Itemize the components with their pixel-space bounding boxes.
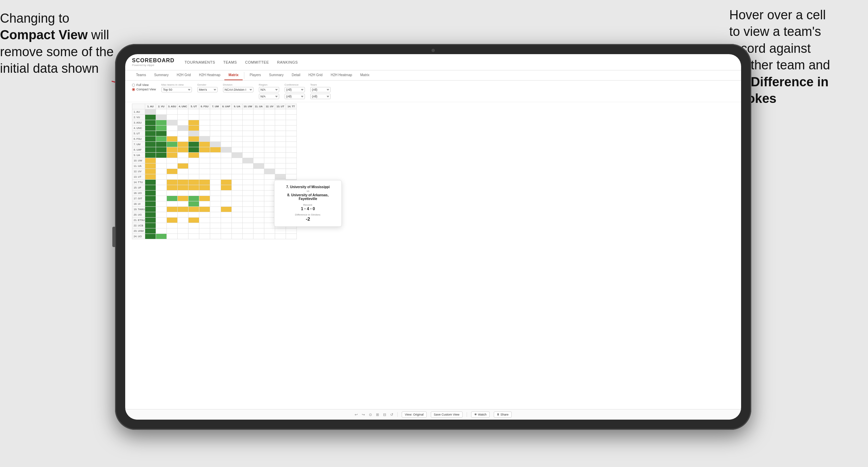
matrix-cell[interactable] [232, 196, 243, 201]
toolbar-redo[interactable]: ↪ [362, 413, 365, 417]
matrix-cell[interactable] [145, 131, 156, 136]
matrix-cell[interactable] [199, 163, 210, 169]
matrix-cell[interactable] [210, 174, 221, 180]
matrix-cell[interactable] [145, 126, 156, 131]
matrix-cell[interactable] [199, 234, 210, 239]
matrix-cell[interactable] [264, 223, 275, 228]
matrix-cell[interactable] [264, 131, 275, 136]
matrix-cell[interactable] [264, 115, 275, 120]
matrix-cell[interactable] [199, 218, 210, 223]
matrix-cell[interactable] [156, 131, 167, 136]
matrix-cell[interactable] [210, 191, 221, 196]
matrix-cell[interactable] [178, 147, 188, 153]
matrix-cell[interactable] [210, 142, 221, 147]
matrix-cell[interactable] [221, 169, 232, 174]
tab-players-matrix[interactable]: Matrix [356, 70, 374, 80]
matrix-cell[interactable] [199, 158, 210, 163]
matrix-cell[interactable] [145, 136, 156, 142]
matrix-cell[interactable] [264, 201, 275, 207]
matrix-cell[interactable] [253, 120, 264, 126]
matrix-cell[interactable] [221, 212, 232, 218]
matrix-cell[interactable] [232, 174, 243, 180]
matrix-cell[interactable] [188, 120, 199, 126]
matrix-cell[interactable] [199, 212, 210, 218]
nav-rankings[interactable]: RANKINGS [277, 60, 298, 64]
matrix-cell[interactable] [188, 191, 199, 196]
matrix-cell[interactable] [286, 147, 297, 153]
matrix-cell[interactable] [145, 109, 156, 115]
matrix-cell[interactable] [199, 185, 210, 191]
matrix-cell[interactable] [210, 228, 221, 234]
matrix-cell[interactable] [264, 180, 275, 185]
matrix-cell[interactable] [156, 207, 167, 212]
matrix-cell[interactable] [188, 158, 199, 163]
matrix-cell[interactable] [286, 115, 297, 120]
matrix-cell[interactable] [156, 180, 167, 185]
matrix-cell[interactable] [221, 126, 232, 131]
matrix-cell[interactable] [167, 196, 178, 201]
matrix-cell[interactable] [232, 126, 243, 131]
matrix-cell[interactable] [243, 234, 253, 239]
matrix-cell[interactable] [232, 158, 243, 163]
matrix-cell[interactable] [145, 153, 156, 158]
matrix-cell[interactable] [232, 169, 243, 174]
matrix-cell[interactable] [243, 115, 253, 120]
matrix-cell[interactable] [188, 212, 199, 218]
full-view-option[interactable]: Full View [132, 83, 156, 87]
matrix-cell[interactable] [199, 120, 210, 126]
matrix-cell[interactable] [253, 185, 264, 191]
matrix-cell[interactable] [264, 169, 275, 174]
matrix-cell[interactable] [232, 191, 243, 196]
matrix-cell[interactable] [167, 158, 178, 163]
matrix-cell[interactable] [199, 228, 210, 234]
matrix-cell[interactable] [253, 207, 264, 212]
matrix-cell[interactable] [210, 109, 221, 115]
matrix-cell[interactable] [286, 174, 297, 180]
matrix-cell[interactable] [253, 223, 264, 228]
matrix-cell[interactable] [243, 153, 253, 158]
matrix-cell[interactable] [178, 115, 188, 120]
matrix-cell[interactable] [243, 180, 253, 185]
matrix-cell[interactable] [199, 207, 210, 212]
matrix-cell[interactable] [221, 153, 232, 158]
matrix-cell[interactable] [210, 180, 221, 185]
matrix-cell[interactable] [243, 142, 253, 147]
tab-players-h2h-grid[interactable]: H2H Grid [304, 70, 327, 80]
matrix-cell[interactable] [232, 207, 243, 212]
matrix-cell[interactable] [264, 234, 275, 239]
matrix-cell[interactable] [145, 218, 156, 223]
matrix-cell[interactable] [232, 163, 243, 169]
matrix-cell[interactable] [221, 174, 232, 180]
division-select[interactable]: NCAA Division I [223, 87, 253, 92]
conference-select-1[interactable]: (All) [285, 87, 305, 92]
full-view-radio[interactable] [132, 84, 135, 87]
matrix-cell[interactable] [145, 142, 156, 147]
matrix-cell[interactable] [286, 142, 297, 147]
matrix-cell[interactable] [167, 153, 178, 158]
matrix-cell[interactable] [178, 163, 188, 169]
matrix-cell[interactable] [156, 174, 167, 180]
matrix-cell[interactable] [188, 196, 199, 201]
matrix-cell[interactable] [178, 218, 188, 223]
matrix-cell[interactable] [264, 191, 275, 196]
matrix-cell[interactable] [178, 234, 188, 239]
matrix-cell[interactable] [156, 163, 167, 169]
matrix-cell[interactable] [188, 223, 199, 228]
matrix-cell[interactable] [275, 142, 286, 147]
matrix-cell[interactable] [275, 153, 286, 158]
matrix-cell[interactable] [188, 218, 199, 223]
matrix-cell[interactable] [188, 185, 199, 191]
matrix-cell[interactable] [145, 120, 156, 126]
matrix-cell[interactable] [243, 191, 253, 196]
matrix-cell[interactable] [264, 147, 275, 153]
matrix-cell[interactable] [286, 169, 297, 174]
matrix-cell[interactable] [253, 218, 264, 223]
matrix-cell[interactable] [145, 207, 156, 212]
matrix-cell[interactable] [253, 201, 264, 207]
matrix-cell[interactable] [232, 120, 243, 126]
matrix-cell[interactable] [243, 212, 253, 218]
matrix-cell[interactable] [264, 196, 275, 201]
matrix-cell[interactable] [167, 136, 178, 142]
matrix-cell[interactable] [145, 158, 156, 163]
matrix-cell[interactable] [199, 126, 210, 131]
